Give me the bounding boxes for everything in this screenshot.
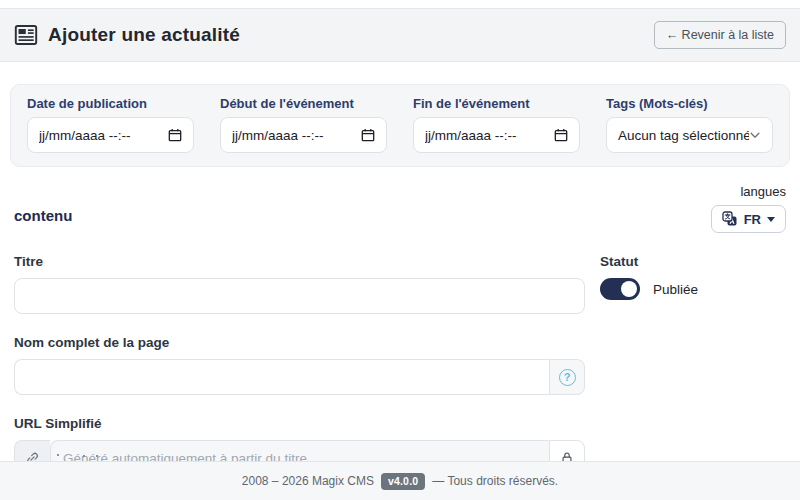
publication-meta-card: Date de publication jj/mm/aaaa --:-- Déb… [10,84,790,167]
footer: 2008 – 2026 Magix CMS v4.0.0 — Tous droi… [0,461,800,500]
publication-date-input[interactable]: jj/mm/aaaa --:-- [27,117,194,153]
status-toggle[interactable] [600,278,640,300]
event-start-input[interactable]: jj/mm/aaaa --:-- [220,117,387,153]
page: Ajouter une actualité ← Revenir à la lis… [0,0,800,500]
event-start-label: Début de l'événement [220,96,387,111]
current-language: FR [744,212,761,227]
url-label: URL Simplifié [14,416,585,431]
status-state-label: Publiée [653,282,698,297]
content-head: contenu langues FR [14,184,786,233]
status-field: Statut Publiée [600,254,786,300]
caret-down-icon [767,217,775,222]
calendar-icon[interactable] [554,128,568,142]
publication-date-field: Date de publication jj/mm/aaaa --:-- [27,96,194,153]
title-input[interactable] [14,278,585,314]
calendar-icon[interactable] [168,128,182,142]
clipped-content-artifact [57,454,59,456]
help-icon: ? [559,369,576,386]
event-start-field: Début de l'événement jj/mm/aaaa --:-- [220,96,387,153]
tags-label: Tags (Mots-clés) [606,96,773,111]
language-dropdown-button[interactable]: FR [711,205,786,233]
version-badge: v4.0.0 [381,473,425,490]
date-placeholder: jj/mm/aaaa --:-- [232,128,324,143]
help-addon[interactable]: ? [549,359,585,395]
event-end-input[interactable]: jj/mm/aaaa --:-- [413,117,580,153]
tags-select[interactable]: Aucun tag sélectionné [606,117,773,153]
page-name-field: Nom complet de la page ? [14,335,585,395]
title-label: Titre [14,254,585,269]
news-table-icon [14,23,38,47]
translate-icon [722,211,738,227]
page-name-input-group: ? [14,359,585,395]
calendar-icon[interactable] [361,128,375,142]
content-area: contenu langues FR [0,184,800,476]
chevron-down-icon [749,129,761,141]
date-placeholder: jj/mm/aaaa --:-- [425,128,517,143]
back-to-list-button[interactable]: ← Revenir à la liste [654,21,786,49]
status-label: Statut [600,254,786,269]
title-status-row: Titre Statut Publiée [14,254,786,314]
page-name-input[interactable] [14,359,549,395]
languages-label: langues [711,184,786,199]
page-header: Ajouter une actualité ← Revenir à la lis… [0,8,800,62]
event-end-field: Fin de l'événement jj/mm/aaaa --:-- [413,96,580,153]
tags-selected-value: Aucun tag sélectionné [618,128,749,143]
page-name-row: Nom complet de la page ? [14,335,786,395]
tags-field: Tags (Mots-clés) Aucun tag sélectionné [606,96,773,153]
content-section-heading: contenu [14,207,72,224]
page-name-label: Nom complet de la page [14,335,585,350]
event-end-label: Fin de l'événement [413,96,580,111]
language-switcher: langues FR [711,184,786,233]
publication-date-label: Date de publication [27,96,194,111]
date-placeholder: jj/mm/aaaa --:-- [39,128,131,143]
toggle-knob [621,281,637,297]
copyright-text: 2008 – 2026 Magix CMS [242,474,374,488]
title-field: Titre [14,254,585,314]
status-toggle-row: Publiée [600,278,786,300]
page-title: Ajouter une actualité [48,24,240,46]
rights-text: — Tous droits réservés. [432,474,558,488]
